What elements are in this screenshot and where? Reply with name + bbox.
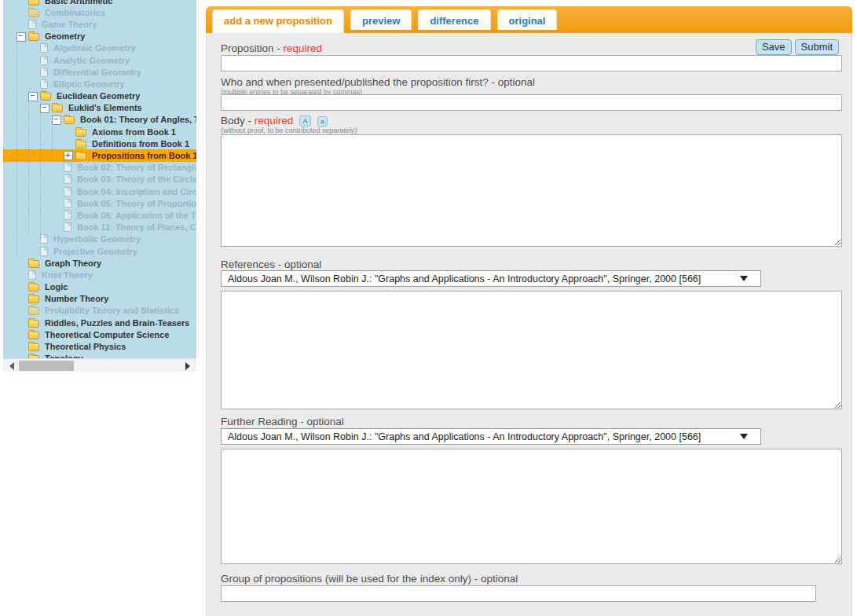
tree-item[interactable]: Book 06: Application of the Theory of P: [3, 209, 196, 221]
tree-expander-icon[interactable]: [64, 149, 75, 161]
references-textarea[interactable]: [221, 291, 842, 409]
tree-item[interactable]: Topology: [3, 353, 196, 358]
further-reading-select[interactable]: Aldous Joan M., Wilson Robin J.: "Graphs…: [221, 428, 761, 445]
tree-item[interactable]: Probability Theory and Statistics: [3, 305, 196, 317]
tree-item[interactable]: Theoretical Computer Science: [3, 328, 196, 340]
topic-tree: Basic ArithmeticCombinatoricsGame Theory…: [3, 0, 196, 358]
tree-expander-spacer: [16, 340, 28, 352]
font-increase-button[interactable]: A: [299, 116, 311, 126]
chevron-down-icon: [740, 276, 748, 281]
file-icon: [40, 234, 48, 244]
tree-item-label: Elliptic Geometry: [51, 79, 126, 90]
tree-item[interactable]: Propositions from Book 1: [3, 149, 196, 161]
references-select[interactable]: Aldous Joan M., Wilson Robin J.: "Graphs…: [221, 270, 761, 287]
tree-item[interactable]: Projective Geometry: [3, 245, 196, 257]
tree-item[interactable]: Axioms from Book 1: [3, 126, 196, 138]
who-input[interactable]: [221, 94, 842, 111]
tree-item[interactable]: Logic: [3, 281, 196, 293]
tree-expander-icon[interactable]: [52, 114, 64, 126]
tree-item[interactable]: Riddles, Puzzles and Brain-Teasers: [3, 317, 196, 328]
folder-icon: [75, 141, 86, 148]
tree-item[interactable]: Combinatorics: [3, 6, 196, 18]
group-input[interactable]: [221, 585, 816, 602]
tree-indent-guide: [28, 174, 40, 185]
tree-item[interactable]: Graph Theory: [3, 257, 196, 269]
tree-indent-guide: [40, 114, 52, 126]
folder-icon: [64, 116, 75, 124]
tab-difference[interactable]: difference: [418, 9, 490, 30]
tree-item[interactable]: Analytic Geometry: [3, 54, 196, 66]
tree-expander-icon[interactable]: [40, 102, 52, 114]
tree-item[interactable]: Differential Geometry: [3, 66, 196, 78]
tree-indent-guide: [16, 209, 28, 221]
proposition-label-text: Proposition -: [221, 42, 280, 54]
save-button[interactable]: Save: [756, 39, 792, 55]
tree-expander-spacer: [16, 269, 28, 280]
tree-item[interactable]: Knot Theory: [3, 269, 196, 280]
tree-item[interactable]: Book 04: Inscription and Circumscripti: [3, 185, 196, 197]
tree-item[interactable]: Book 03: Theory of the Circle: [3, 174, 196, 185]
file-icon: [40, 79, 48, 89]
folder-icon: [40, 93, 51, 101]
scroll-right-icon[interactable]: [185, 362, 190, 370]
tree-item[interactable]: Number Theory: [3, 293, 196, 305]
tree-item-label: Book 01: Theory of Angles, Triangles, I: [78, 114, 196, 125]
tree-expander-spacer: [28, 42, 40, 54]
folder-icon: [52, 104, 63, 112]
tree-indent-guide: [16, 174, 28, 185]
tree-indent-guide: [16, 222, 28, 233]
body-label: Body - required A a: [221, 115, 328, 126]
proposition-input[interactable]: [221, 55, 842, 72]
font-decrease-button[interactable]: a: [317, 116, 328, 126]
tree-item[interactable]: Definitions from Book 1: [3, 138, 196, 149]
further-reading-textarea[interactable]: [221, 449, 842, 564]
file-icon: [28, 270, 36, 280]
tree-item[interactable]: Book 11: Theory of Planes, Coplanar L: [3, 222, 196, 233]
tab-preview[interactable]: preview: [350, 9, 412, 30]
folder-icon: [28, 284, 39, 292]
tree-item-label: Logic: [42, 281, 70, 292]
tree-item[interactable]: Theoretical Physics: [3, 340, 196, 352]
further-reading-selected-value: Aldous Joan M., Wilson Robin J.: "Graphs…: [228, 431, 734, 442]
tree-item-label: Book 06: Application of the Theory of P: [75, 210, 196, 221]
tree-item[interactable]: Elliptic Geometry: [3, 78, 196, 90]
tree-item[interactable]: Book 01: Theory of Angles, Triangles, I: [3, 114, 196, 126]
tree-item[interactable]: Euclidean Geometry: [3, 90, 196, 102]
tree-expander-icon[interactable]: [28, 90, 40, 102]
tree-expander-spacer: [28, 78, 40, 90]
tree-item[interactable]: Book 05: Theory of Proportion: [3, 197, 196, 209]
tree-indent-guide: [16, 78, 28, 90]
tree-indent-guide: [28, 209, 40, 221]
chevron-down-icon: [740, 434, 748, 439]
body-textarea[interactable]: [221, 134, 842, 247]
tree-expander-spacer: [52, 174, 64, 185]
tree-expander-spacer: [52, 185, 64, 197]
tree-item[interactable]: Game Theory: [3, 18, 196, 30]
tab-original[interactable]: original: [497, 9, 558, 30]
tree-indent-guide: [28, 126, 40, 138]
tree-item-label: Propositions from Book 1: [90, 150, 196, 161]
tree-item-label: Number Theory: [42, 293, 111, 304]
file-icon: [28, 20, 36, 29]
tab-add-a-new-proposition[interactable]: add a new proposition: [212, 9, 344, 33]
scroll-thumb[interactable]: [19, 361, 74, 371]
tree-expander-spacer: [52, 222, 64, 233]
scroll-left-icon[interactable]: [9, 362, 14, 370]
tree-indent-guide: [40, 197, 52, 209]
tree-item[interactable]: Book 02: Theory of Rectangles: [3, 162, 196, 174]
folder-icon: [28, 33, 39, 41]
submit-button[interactable]: Submit: [795, 39, 839, 55]
tree-item[interactable]: Basic Arithmetic: [3, 0, 196, 6]
tree-item[interactable]: Algebraic Geometry: [3, 42, 196, 54]
tree-item[interactable]: Euklid's Elements: [3, 102, 196, 114]
tree-indent-guide: [28, 162, 40, 174]
tree-indent-guide: [40, 149, 52, 161]
tree-item[interactable]: Geometry: [3, 31, 196, 42]
tree-item[interactable]: Hyperbolic Geometry: [3, 233, 196, 245]
tree-hscrollbar[interactable]: [3, 358, 196, 372]
tree-item-label: Euklid's Elements: [66, 102, 145, 113]
tree-item-label: Book 02: Theory of Rectangles: [75, 162, 196, 173]
tree-expander-icon[interactable]: [16, 31, 28, 42]
file-icon: [64, 222, 71, 232]
tree-item-label: Differential Geometry: [51, 67, 144, 78]
